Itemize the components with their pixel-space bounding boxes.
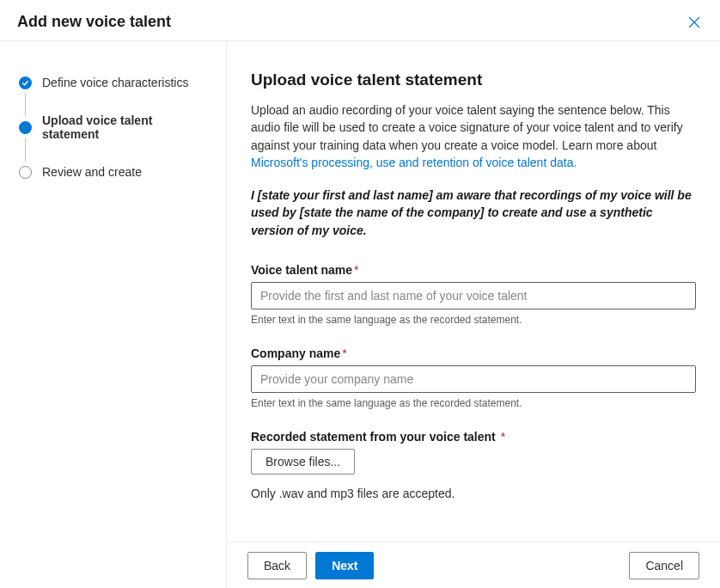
label-text: Voice talent name bbox=[251, 263, 352, 277]
active-step-icon bbox=[19, 121, 32, 134]
browse-files-button[interactable]: Browse files... bbox=[251, 449, 355, 475]
voice-name-input[interactable] bbox=[251, 282, 696, 309]
dialog-header: Add new voice talent bbox=[0, 0, 720, 41]
pending-step-icon bbox=[19, 166, 32, 179]
learn-more-link[interactable]: Microsoft's processing, use and retentio… bbox=[251, 156, 577, 169]
voice-name-label: Voice talent name* bbox=[251, 263, 696, 277]
statement-script: I [state your first and last name] am aw… bbox=[251, 187, 696, 239]
step-label: Define voice characteristics bbox=[42, 76, 188, 89]
close-icon bbox=[688, 16, 700, 28]
section-title: Upload voice talent statement bbox=[251, 70, 696, 89]
step-label: Upload voice talent statement bbox=[42, 113, 212, 141]
cancel-button[interactable]: Cancel bbox=[629, 552, 699, 579]
label-text: Recorded statement from your voice talen… bbox=[251, 430, 496, 444]
required-indicator: * bbox=[354, 263, 358, 277]
intro-text: Upload an audio recording of your voice … bbox=[251, 101, 696, 171]
required-indicator: * bbox=[497, 430, 505, 444]
voice-name-helper: Enter text in the same language as the r… bbox=[251, 314, 696, 326]
field-recorded-statement: Recorded statement from your voice talen… bbox=[251, 430, 696, 500]
close-button[interactable] bbox=[686, 14, 703, 31]
step-define-characteristics[interactable]: Define voice characteristics bbox=[19, 72, 212, 93]
step-connector bbox=[25, 138, 26, 162]
intro-part: Upload an audio recording of your voice … bbox=[251, 103, 683, 152]
main-content: Upload voice talent statement Upload an … bbox=[227, 41, 720, 542]
field-voice-talent-name: Voice talent name* Enter text in the sam… bbox=[251, 263, 696, 326]
dialog-footer: Back Next Cancel bbox=[227, 542, 720, 588]
file-format-hint: Only .wav and mp3 files are accepted. bbox=[251, 487, 696, 500]
step-connector bbox=[25, 93, 26, 117]
back-button[interactable]: Back bbox=[247, 552, 307, 579]
wizard-steps-sidebar: Define voice characteristics Upload voic… bbox=[0, 41, 227, 588]
field-company-name: Company name* Enter text in the same lan… bbox=[251, 346, 696, 409]
check-icon bbox=[19, 77, 32, 89]
dialog-title: Add new voice talent bbox=[17, 13, 171, 31]
required-indicator: * bbox=[342, 346, 346, 360]
company-label: Company name* bbox=[251, 346, 696, 360]
label-text: Company name bbox=[251, 346, 340, 360]
step-review-create[interactable]: Review and create bbox=[19, 162, 212, 182]
company-input[interactable] bbox=[251, 365, 696, 393]
recording-label: Recorded statement from your voice talen… bbox=[251, 430, 696, 444]
company-helper: Enter text in the same language as the r… bbox=[251, 397, 696, 409]
step-label: Review and create bbox=[42, 165, 142, 179]
next-button[interactable]: Next bbox=[315, 552, 374, 579]
step-upload-statement[interactable]: Upload voice talent statement bbox=[19, 117, 212, 138]
